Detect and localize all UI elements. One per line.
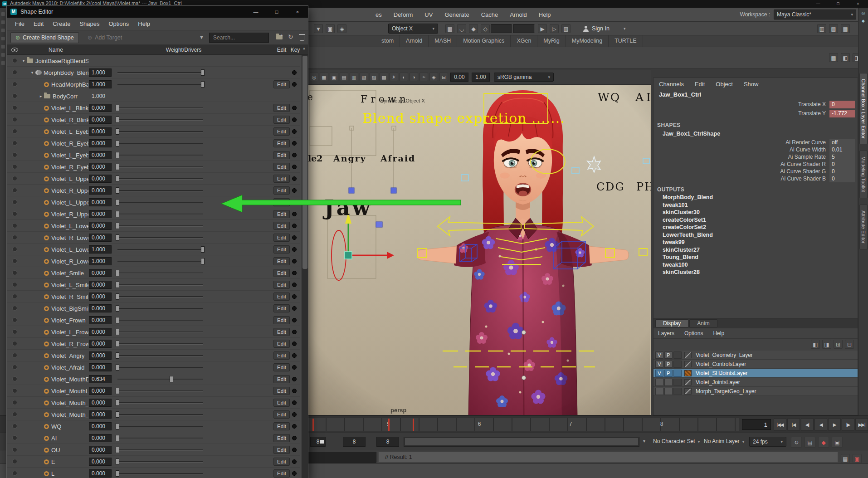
select-object-icon[interactable]: ▣	[326, 24, 335, 33]
fps-dropdown[interactable]: 24 fps▾	[749, 437, 786, 447]
layer-color-swatch[interactable]	[684, 361, 692, 367]
output-node-item[interactable]: skinCluster28	[653, 268, 858, 276]
weight-value-field[interactable]: 1.000	[89, 80, 112, 88]
shape-node-name[interactable]: Jaw_Box1_CtrlShape	[653, 129, 858, 139]
panel-layout-single-icon[interactable]: ▥	[817, 24, 826, 33]
weight-slider[interactable]	[117, 131, 203, 132]
weight-slider[interactable]	[117, 308, 203, 309]
output-node-item[interactable]: tweak100	[653, 261, 858, 269]
target-enable-toggle[interactable]	[12, 58, 17, 63]
shape-target-row[interactable]: Violet_Angry0.000Edit	[7, 350, 300, 361]
render-icon[interactable]: ▶	[538, 24, 547, 33]
weight-value-field[interactable]: 0.000	[89, 269, 112, 277]
target-enable-toggle[interactable]	[12, 329, 17, 334]
weight-value-field[interactable]: 1.000	[89, 257, 112, 265]
layer-color-swatch[interactable]	[684, 352, 692, 358]
output-node-item[interactable]: skinCluster30	[653, 209, 858, 216]
layer-name[interactable]: Violet_SHJointsLayer	[696, 370, 748, 376]
edit-target-button[interactable]: Edit	[273, 163, 290, 171]
channel-attribute-row[interactable]: Ai Curve Shader G0	[653, 168, 858, 175]
shape-target-row[interactable]: L0.000Edit	[7, 468, 300, 478]
layer-name[interactable]: Violet_JointsLayer	[696, 379, 740, 385]
edit-target-button[interactable]: Edit	[273, 281, 290, 289]
timeline-track[interactable]: 5678	[307, 418, 739, 431]
output-node-item[interactable]: LowerTeeth_Blend	[653, 231, 858, 239]
shelf-tab[interactable]: XGen	[511, 35, 537, 47]
keyframe-dot[interactable]	[292, 176, 297, 181]
tree-expand-arrow[interactable]: ▾	[29, 70, 35, 75]
shape-target-row[interactable]: Violet_Afraid0.000Edit	[7, 361, 300, 373]
selection-mode-dropdown[interactable]: Object X▾	[388, 24, 438, 34]
weight-slider[interactable]	[117, 202, 203, 203]
target-enable-toggle[interactable]	[12, 129, 17, 134]
edit-target-button[interactable]: Edit	[273, 104, 290, 112]
weight-slider[interactable]	[117, 414, 203, 415]
keyframe-dot[interactable]	[292, 424, 297, 429]
keyframe-dot[interactable]	[292, 153, 297, 157]
channel-box-menu-item[interactable]: Channels	[659, 81, 684, 88]
animation-prefs-icon[interactable]: ▣	[832, 437, 843, 448]
weight-slider[interactable]	[117, 355, 203, 356]
edit-target-button[interactable]: Edit	[273, 139, 290, 147]
keyframe-dot[interactable]	[292, 448, 297, 452]
layer-move-down-icon[interactable]: ◨	[822, 340, 831, 349]
sign-in-button[interactable]: Sign In ▾	[583, 23, 625, 34]
sidebar-tab[interactable]: Attribute Editor	[859, 205, 868, 249]
edit-target-button[interactable]: Edit	[273, 469, 290, 478]
sidebar-tab[interactable]: Channel Box / Layer Editor	[859, 73, 868, 144]
viewport-grid-icon[interactable]: ▦	[320, 73, 328, 81]
shelf-tab[interactable]: stom	[375, 35, 400, 47]
weight-value-field[interactable]: 0.000	[89, 281, 112, 289]
edit-target-button[interactable]: Edit	[273, 316, 290, 324]
panel-layout-four-icon[interactable]: ▤	[829, 24, 838, 33]
weight-slider[interactable]	[117, 461, 203, 463]
weight-value-field[interactable]: 1.000	[89, 68, 112, 77]
weight-slider[interactable]	[117, 367, 203, 368]
weight-value-field[interactable]: 0.000	[89, 328, 112, 336]
auto-keyframe-icon[interactable]: ◆	[818, 437, 829, 448]
target-enable-toggle[interactable]	[12, 435, 17, 440]
weight-value-field[interactable]: 0.000	[89, 234, 112, 242]
target-enable-toggle[interactable]	[12, 471, 17, 476]
scrollbar-thumb[interactable]	[302, 56, 307, 269]
shelf-tab[interactable]: MyRig	[537, 35, 566, 47]
search-input[interactable]: Search...	[209, 33, 269, 43]
target-enable-toggle[interactable]	[12, 93, 17, 98]
layer-editor-tab[interactable]: Display	[655, 319, 688, 327]
target-enable-toggle[interactable]	[12, 388, 17, 393]
display-layer-row[interactable]: VPViolet_SHJointsLayer	[653, 369, 858, 378]
exposure-field[interactable]: 0.00	[450, 73, 468, 82]
target-enable-toggle[interactable]	[12, 223, 17, 228]
script-editor-icon[interactable]: ▤	[841, 454, 850, 463]
edit-target-button[interactable]: Edit	[273, 80, 290, 88]
shape-editor-menu-item[interactable]: File	[10, 20, 29, 27]
viewport-ao-icon[interactable]: ◑	[410, 73, 418, 81]
column-header-edit[interactable]: Edit	[273, 45, 291, 55]
keyframe-dot[interactable]	[292, 283, 297, 287]
layer-menu-item[interactable]: Options	[684, 330, 703, 337]
edit-target-button[interactable]: Edit	[273, 410, 290, 419]
weight-slider[interactable]	[117, 155, 203, 156]
keyframe-dot[interactable]	[292, 471, 297, 476]
shape-target-row[interactable]: Violet_R_Blink0.000Edit	[7, 114, 300, 126]
selected-node-name[interactable]: Jaw_Box1_Ctrl	[653, 90, 858, 100]
shape-target-row[interactable]: Violet_L_UpperE0.000Edit	[7, 173, 300, 185]
shape-editor-menu-item[interactable]: Shapes	[75, 20, 104, 27]
step-back-button[interactable]: ◀|	[801, 418, 814, 431]
weight-value-field[interactable]: 0.000	[89, 293, 112, 301]
keyframe-dot[interactable]	[292, 200, 297, 205]
weight-value-field[interactable]: 0.000	[89, 422, 112, 430]
channel-box-menu-item[interactable]: Object	[716, 81, 733, 88]
graph-editor-icon[interactable]: ▤	[805, 437, 815, 448]
weight-value-field[interactable]: 0.000	[89, 304, 112, 312]
weight-slider[interactable]	[117, 225, 203, 227]
keyframe-dot[interactable]	[292, 247, 297, 252]
shape-target-row[interactable]: Violet_L_Frown0.000Edit	[7, 326, 300, 338]
edit-target-button[interactable]: Edit	[273, 387, 290, 395]
snap-curve-icon[interactable]: ◡	[457, 24, 466, 33]
target-enable-toggle[interactable]	[12, 164, 17, 169]
range-field[interactable]: 8	[376, 437, 399, 447]
create-blend-shape-button[interactable]: ⊕ Create Blend Shape	[10, 32, 79, 43]
layer-playback-toggle[interactable]: P	[664, 370, 673, 377]
target-enable-toggle[interactable]	[12, 152, 17, 157]
